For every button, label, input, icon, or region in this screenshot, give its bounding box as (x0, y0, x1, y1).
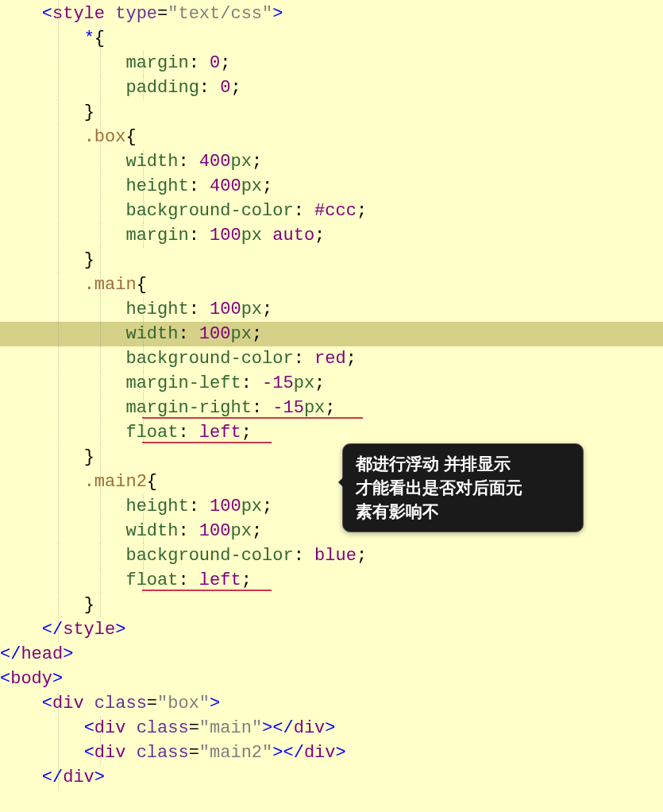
css-value: left (199, 570, 241, 590)
code-line[interactable]: float: left; (0, 420, 663, 445)
code-line[interactable]: width: 400px; (0, 149, 663, 174)
css-value: 100 (210, 497, 241, 516)
code-line[interactable]: <body> (0, 667, 663, 691)
css-value: blue (314, 546, 357, 566)
css-property: float (125, 570, 178, 590)
selector: .main (84, 275, 137, 295)
code-line-active[interactable]: width: 100px; (0, 322, 663, 346)
tag-name: div (94, 718, 126, 738)
css-property: background-color (125, 349, 293, 369)
css-value: 400 (210, 176, 241, 196)
tooltip-line: 才能看出是否对后面元 (356, 476, 570, 500)
css-value: #ccc (314, 201, 357, 221)
code-line[interactable]: <div class="box"> (0, 691, 663, 716)
css-property: height (125, 176, 188, 196)
css-value: 0 (220, 78, 230, 98)
css-property: width (125, 152, 178, 172)
code-line[interactable]: background-color: #ccc; (0, 199, 663, 223)
code-line[interactable]: float: left; (0, 568, 663, 593)
code-line[interactable]: </style> (0, 617, 663, 642)
code-line[interactable]: </div> (0, 765, 663, 790)
css-value: -15 (272, 398, 304, 418)
code-line[interactable]: </head> (0, 642, 663, 667)
tag-name: body (10, 669, 52, 689)
code-line[interactable]: margin-left: -15px; (0, 371, 663, 396)
code-line[interactable]: height: 400px; (0, 174, 663, 199)
code-line[interactable]: <div class="main"></div> (0, 716, 663, 740)
code-line[interactable]: background-color: blue; (0, 543, 663, 568)
attr-name: class (94, 694, 147, 713)
css-property: width (125, 324, 178, 344)
annotation-underline-icon (142, 417, 363, 419)
annotation-underline-icon (142, 442, 272, 443)
code-line[interactable]: height: 100px; (0, 297, 663, 322)
code-line[interactable]: background-color: red; (0, 346, 663, 371)
css-property: margin-right (125, 398, 251, 418)
tag-name: div (52, 694, 84, 713)
css-value: 100 (210, 300, 241, 319)
css-property: height (125, 300, 188, 319)
angle-bracket: < (42, 4, 52, 24)
css-value: 400 (199, 152, 231, 172)
tooltip-line: 素有影响不 (356, 500, 570, 524)
tooltip-line: 都进行浮动 并排显示 (356, 452, 570, 476)
attr-name: type (115, 4, 157, 24)
code-line[interactable]: <div class="main2"></div> (0, 740, 663, 765)
selector: * (84, 29, 94, 48)
code-line[interactable]: margin: 100px auto; (0, 223, 663, 248)
code-line[interactable]: .main{ (0, 273, 663, 297)
css-property: margin (125, 226, 188, 246)
code-line[interactable]: *{ (0, 26, 663, 51)
css-property: float (125, 423, 178, 443)
css-value: 0 (210, 53, 220, 73)
css-property: background-color (125, 546, 293, 566)
code-line[interactable]: padding: 0; (0, 75, 663, 100)
css-value: 100 (210, 226, 241, 246)
code-line[interactable]: } (0, 593, 663, 617)
code-line[interactable]: <style type="text/css"> (0, 2, 663, 26)
attr-value: main2 (210, 743, 262, 763)
css-value: left (199, 423, 241, 443)
css-value: -15 (262, 373, 294, 393)
annotation-tooltip: 都进行浮动 并排显示 才能看出是否对后面元 素有影响不 (342, 443, 584, 532)
css-property: width (125, 521, 178, 541)
close-brace: } (84, 102, 94, 122)
attr-value: box (168, 694, 199, 713)
code-editor[interactable]: <style type="text/css"> *{ margin: 0; pa… (0, 0, 663, 791)
tag-name: div (63, 768, 94, 787)
code-line[interactable]: margin: 0; (0, 51, 663, 75)
code-line[interactable]: .box{ (0, 125, 663, 149)
tag-name: style (63, 620, 115, 640)
css-property: padding (125, 78, 199, 98)
annotation-underline-icon (142, 590, 272, 591)
css-property: background-color (125, 201, 293, 221)
css-value: 100 (199, 521, 231, 541)
attr-value: text/css (178, 4, 262, 24)
css-value: red (314, 349, 346, 369)
attr-name: class (137, 718, 189, 738)
code-line[interactable]: } (0, 100, 663, 125)
selector: .box (84, 127, 126, 147)
code-line[interactable]: margin-right: -15px; (0, 396, 663, 420)
tag-name: div (94, 743, 126, 763)
close-brace: } (84, 595, 94, 615)
css-value: 100 (199, 324, 231, 344)
close-brace: } (84, 250, 94, 270)
tag-name: style (52, 4, 105, 24)
attr-value: main (210, 718, 252, 738)
attr-name: class (137, 743, 189, 763)
selector: .main2 (84, 472, 147, 492)
tag-name: head (21, 644, 63, 664)
close-brace: } (84, 447, 94, 467)
css-property: margin (125, 53, 188, 73)
code-line[interactable]: } (0, 248, 663, 273)
css-property: height (125, 497, 188, 516)
